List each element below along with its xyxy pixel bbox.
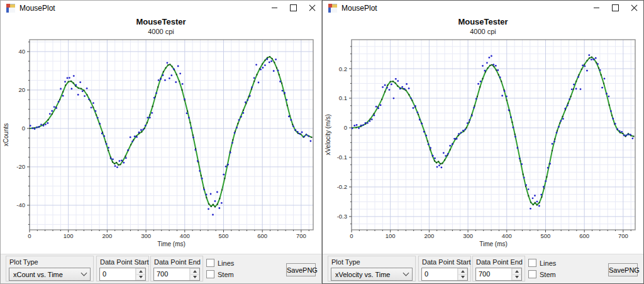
stem-checkbox[interactable]: Stem [528,270,556,278]
svg-text:0: 0 [344,124,347,131]
triangle-down-icon [193,276,197,278]
titlebar[interactable]: MousePlot [323,1,643,15]
lines-checkbox[interactable]: Lines [528,259,556,267]
svg-text:0: 0 [28,232,31,239]
app-icon [6,4,15,13]
data-point-start-value: 0 [422,268,457,280]
maximize-button[interactable] [606,1,625,15]
maximize-icon [290,4,297,11]
data-point-start-label: Data Point Start [422,258,471,266]
mouseplot-window-xvelocity: MousePlot MouseTester 4000 cpi 010020030… [322,0,644,284]
svg-text:400: 400 [180,232,190,239]
spinner [457,268,467,280]
chart-area: MouseTester 4000 cpi 0100200300400500600… [1,15,321,254]
data-point-start-value: 0 [100,268,135,280]
save-png-button[interactable]: SavePNG [286,263,316,276]
spin-up-button[interactable] [136,268,145,275]
data-point-start-input[interactable]: 0 [99,268,146,281]
checkbox-box [528,259,536,267]
data-point-end-label: Data Point End [476,258,523,266]
spinner [189,268,199,280]
chevron-down-icon [81,270,87,276]
data-point-end-value: 700 [154,268,189,280]
svg-text:20: 20 [18,86,25,93]
minimize-button[interactable] [587,1,606,15]
plot-type-group: Plot Type xVelocity vs. Time [328,256,416,281]
stem-checkbox[interactable]: Stem [206,270,234,278]
close-icon [631,4,638,11]
spin-down-button[interactable] [458,275,467,281]
spin-down-button[interactable] [190,275,199,281]
svg-text:Time (ms): Time (ms) [479,241,508,247]
minimize-icon [594,8,599,8]
chevron-down-icon [403,270,409,276]
svg-text:-20: -20 [16,163,25,170]
spin-up-button[interactable] [512,268,521,275]
plot-type-value: xVelocity vs. Time [335,271,404,278]
triangle-up-icon [139,270,143,273]
close-button[interactable] [303,1,321,15]
chart-canvas: 0100200300400500600700-0.3-0.2-0.100.10.… [323,15,644,254]
window-title: MousePlot [341,4,377,13]
minimize-button[interactable] [265,1,284,15]
data-point-end-input[interactable]: 700 [475,268,522,281]
svg-text:-0.2: -0.2 [337,183,347,190]
spin-up-button[interactable] [190,268,199,275]
spinner [135,268,145,280]
spinner [511,268,521,280]
close-button[interactable] [625,1,643,15]
close-icon [309,4,316,11]
data-point-end-group: Data Point End 700 [150,256,203,281]
svg-text:500: 500 [219,232,229,239]
svg-text:600: 600 [579,232,589,239]
triangle-down-icon [461,276,465,278]
save-png-button[interactable]: SavePNG [608,263,638,276]
control-panel: Plot Type xCount vs. Time Data Point Sta… [1,254,321,283]
maximize-button[interactable] [284,1,303,15]
data-point-end-group: Data Point End 700 [472,256,525,281]
data-point-end-label: Data Point End [154,258,201,266]
lines-label: Lines [540,259,556,267]
svg-text:600: 600 [257,232,267,239]
app-icon [328,4,337,13]
stem-label: Stem [218,271,234,278]
svg-text:xVelocity (m/s): xVelocity (m/s) [325,114,331,155]
chart-area: MouseTester 4000 cpi 0100200300400500600… [323,15,643,254]
lines-checkbox[interactable]: Lines [206,259,234,267]
plot-type-value: xCount vs. Time [13,271,82,278]
plot-type-select[interactable]: xCount vs. Time [9,268,91,281]
spin-up-button[interactable] [458,268,467,275]
data-point-start-label: Data Point Start [100,258,149,266]
svg-text:300: 300 [463,232,473,239]
svg-text:300: 300 [141,232,151,239]
svg-text:0.1: 0.1 [339,94,347,101]
svg-text:-0.1: -0.1 [337,154,347,161]
titlebar[interactable]: MousePlot [1,1,321,15]
plot-type-select[interactable]: xVelocity vs. Time [331,268,413,281]
triangle-up-icon [461,270,465,273]
spin-down-button[interactable] [136,275,145,281]
data-point-end-input[interactable]: 700 [153,268,200,281]
maximize-icon [612,4,619,11]
svg-text:500: 500 [541,232,551,239]
svg-text:700: 700 [618,232,628,239]
svg-text:0.2: 0.2 [339,65,347,72]
plot-type-label: Plot Type [331,258,360,266]
data-point-end-value: 700 [476,268,511,280]
data-point-start-group: Data Point Start 0 [418,256,471,281]
data-point-start-group: Data Point Start 0 [96,256,149,281]
spin-down-button[interactable] [512,275,521,281]
options-checkboxes: Lines Stem [528,259,556,281]
svg-text:-0.3: -0.3 [337,213,347,220]
checkbox-box [206,270,214,278]
triangle-down-icon [515,276,519,278]
data-point-start-input[interactable]: 0 [421,268,468,281]
plot-type-label: Plot Type [9,258,38,266]
svg-text:0: 0 [350,232,353,239]
svg-text:200: 200 [102,232,112,239]
svg-text:xCounts: xCounts [3,123,9,147]
svg-text:40: 40 [18,48,25,55]
window-title: MousePlot [19,4,55,13]
plot-type-group: Plot Type xCount vs. Time [6,256,94,281]
minimize-icon [272,8,277,8]
